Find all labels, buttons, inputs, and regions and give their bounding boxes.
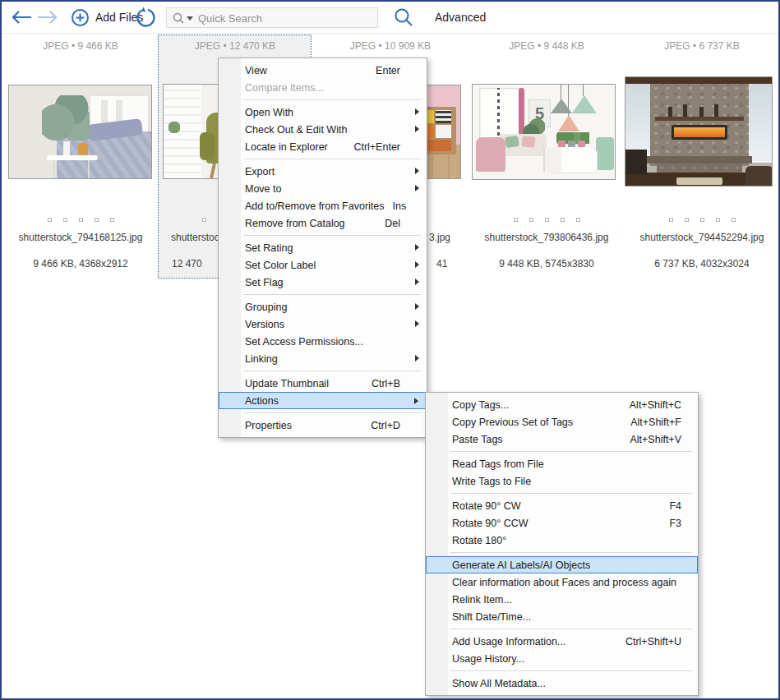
menu-item-write-tags-to-file[interactable]: Write Tags to File (426, 472, 698, 490)
menu-item-relink-item[interactable]: Relink Item... (426, 591, 698, 608)
menu-item-update-thumbnail[interactable]: Update Thumbnail Ctrl+B (219, 375, 427, 392)
forward-button[interactable] (36, 2, 59, 33)
magnifier-icon (394, 7, 414, 28)
advanced-label: Advanced (435, 11, 486, 24)
submenu-arrow-icon (415, 108, 419, 115)
menu-item-export[interactable]: Export (219, 163, 427, 180)
menu-item-set-rating[interactable]: Set Rating (219, 239, 427, 256)
plus-circle-icon (71, 8, 90, 27)
menu-item-add-usage-information[interactable]: Add Usage Information... Ctrl+Shift+U (426, 633, 698, 650)
submenu-arrow-icon (415, 126, 419, 132)
search-scope-caret-icon[interactable] (187, 16, 193, 21)
menu-item-generate-ai-labels[interactable]: Generate AI Labels/AI Objects (426, 556, 698, 573)
back-button[interactable] (10, 2, 33, 33)
menu-item-grouping[interactable]: Grouping (219, 298, 427, 315)
submenu-arrow-icon (415, 279, 419, 285)
menu-item-add-remove-favorites[interactable]: Add to/Remove from Favorites Ins (219, 197, 427, 214)
menu-separator (243, 371, 421, 371)
submenu-arrow-icon (415, 261, 419, 268)
menu-item-set-access-permissions[interactable]: Set Access Permissions... (219, 333, 427, 350)
menu-item-remove-from-catalog[interactable]: Remove from Catalog Del (219, 214, 427, 232)
toolbar: Add Files Advanced (2, 2, 778, 34)
add-files-button[interactable]: Add Files (71, 2, 143, 33)
actions-submenu: Copy Tags... Alt+Shift+C Copy Previous S… (425, 392, 699, 696)
quick-search-box (166, 7, 378, 28)
photo-thumbnail-living-room[interactable]: 5 (472, 84, 616, 180)
filename-label-partial: 3.jpg (429, 232, 450, 243)
search-scope-icon[interactable] (173, 12, 185, 25)
menu-item-check-out-edit-with[interactable]: Check Out & Edit With (219, 121, 427, 138)
filesize-label: 6 737 KB, 4032x3024 (625, 258, 779, 269)
menu-separator (450, 629, 692, 629)
menu-item-show-all-metadata[interactable]: Show All Metadata... (426, 675, 698, 692)
pendant-lamp-art (551, 99, 572, 113)
filename-label: shutterstock_794452294.jpg (625, 232, 779, 243)
menu-item-usage-history[interactable]: Usage History... (426, 650, 698, 667)
menu-separator (450, 552, 692, 553)
filesize-label: 9 448 KB, 5745x3830 (469, 258, 624, 269)
menu-item-clear-faces-info[interactable]: Clear information about Faces and proces… (426, 573, 698, 591)
rating-control[interactable] (3, 218, 158, 222)
menu-separator (243, 235, 421, 236)
menu-item-copy-tags[interactable]: Copy Tags... Alt+Shift+C (426, 396, 698, 413)
submenu-arrow-icon (415, 303, 419, 310)
filename-label: shutterstock_793806436.jpg (469, 232, 624, 243)
advanced-search-link[interactable]: Advanced (435, 2, 486, 33)
menu-item-paste-tags[interactable]: Paste Tags Alt+Shift+V (426, 431, 698, 448)
menu-item-rotate-180[interactable]: Rotate 180° (426, 532, 698, 549)
back-arrow-icon (10, 9, 33, 25)
menu-item-locate-in-explorer[interactable]: Locate in Explorer Ctrl+Enter (219, 138, 427, 155)
rating-control[interactable] (625, 218, 779, 222)
search-input[interactable] (196, 8, 376, 29)
fire-art (674, 127, 725, 137)
tile-header-5[interactable]: JPEG • 6 737 KB (625, 35, 779, 58)
menu-item-actions[interactable]: Actions (219, 392, 427, 409)
context-menu: View Enter Compare Items... Open With Ch… (218, 58, 427, 438)
filename-label: shutterstock_794168125.jpg (3, 232, 158, 243)
tile-header-1[interactable]: JPEG • 9 466 KB (3, 35, 158, 58)
menu-item-read-tags-from-file[interactable]: Read Tags from File (426, 455, 698, 472)
filename-label-partial: shutterstoc (171, 232, 219, 243)
menu-item-open-with[interactable]: Open With (219, 104, 427, 121)
tile-header-3[interactable]: JPEG • 10 909 KB (313, 35, 468, 58)
forward-arrow-icon (36, 9, 59, 25)
menu-item-compare-items: Compare Items... (219, 79, 427, 96)
app-window: Add Files Advanced JPEG • (0, 0, 780, 700)
submenu-arrow-icon (415, 168, 419, 174)
menu-separator (243, 294, 421, 295)
filesize-label-partial: 12 470 (172, 258, 202, 269)
menu-item-linking[interactable]: Linking (219, 350, 427, 367)
menu-item-set-color-label[interactable]: Set Color Label (219, 256, 427, 274)
submenu-arrow-icon (415, 355, 419, 362)
submenu-arrow-icon (415, 185, 419, 191)
menu-item-view[interactable]: View Enter (219, 62, 427, 79)
menu-item-versions[interactable]: Versions (219, 315, 427, 333)
menu-separator (450, 670, 692, 671)
menu-separator (243, 99, 421, 100)
search-button[interactable] (394, 2, 414, 33)
menu-item-set-flag[interactable]: Set Flag (219, 274, 427, 291)
photo-thumbnail-bedroom[interactable] (8, 85, 152, 179)
rating-control[interactable] (469, 218, 624, 222)
refresh-button[interactable] (135, 2, 156, 33)
photo-thumbnail-fireplace[interactable] (625, 76, 773, 187)
menu-item-properties[interactable]: Properties Ctrl+D (219, 417, 427, 434)
submenu-arrow-icon (415, 244, 419, 251)
submenu-arrow-icon (414, 398, 418, 404)
filesize-label-partial: 41 (436, 258, 447, 269)
menu-separator (243, 159, 421, 159)
tile-header-2[interactable]: JPEG • 12 470 KB (158, 35, 312, 58)
filesize-label: 9 466 KB, 4368x2912 (3, 258, 158, 269)
menu-item-copy-previous-set-of-tags[interactable]: Copy Previous Set of Tags Alt+Shift+F (426, 413, 698, 431)
menu-item-rotate-90-ccw[interactable]: Rotate 90° CCW F3 (426, 514, 698, 532)
rotate-ccw-icon (135, 7, 156, 28)
menu-item-shift-date-time[interactable]: Shift Date/Time... (426, 608, 698, 625)
tile-header-4[interactable]: JPEG • 9 448 KB (469, 35, 624, 58)
submenu-arrow-icon (415, 320, 419, 327)
menu-separator (450, 493, 692, 494)
menu-separator (243, 412, 421, 413)
menu-item-rotate-90-cw[interactable]: Rotate 90° CW F4 (426, 497, 698, 514)
menu-item-move-to[interactable]: Move to (219, 180, 427, 197)
menu-separator (450, 451, 692, 452)
